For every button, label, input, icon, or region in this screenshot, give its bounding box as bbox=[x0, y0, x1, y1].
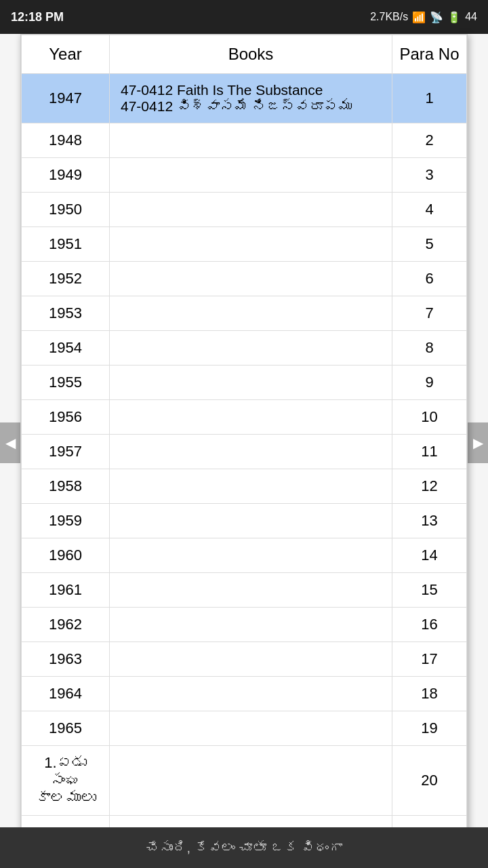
para-cell: 1 bbox=[392, 74, 467, 123]
year-cell: 1958 bbox=[22, 469, 110, 504]
books-cell bbox=[110, 642, 392, 677]
year-cell: 1960 bbox=[22, 538, 110, 573]
para-cell: 2 bbox=[392, 123, 467, 158]
para-cell: 16 bbox=[392, 608, 467, 642]
books-cell bbox=[110, 366, 392, 400]
year-cell: 1949 bbox=[22, 158, 110, 193]
books-cell bbox=[110, 608, 392, 642]
table-row[interactable]: 19537 bbox=[22, 296, 467, 331]
status-bar: 12:18 PM 2.7KB/s 📶 📡 🔋 44 bbox=[0, 0, 488, 34]
books-cell bbox=[110, 262, 392, 296]
para-cell: 9 bbox=[392, 366, 467, 400]
para-cell: 19 bbox=[392, 711, 467, 746]
year-cell: 1.ఏడు సంఘ కాలములు bbox=[22, 746, 110, 816]
table-row[interactable]: 195711 bbox=[22, 435, 467, 469]
year-cell: 1963 bbox=[22, 642, 110, 677]
table-row[interactable]: 196216 bbox=[22, 608, 467, 642]
table-row[interactable]: 19559 bbox=[22, 366, 467, 400]
wifi-icon: 📡 bbox=[430, 11, 443, 24]
battery-level: 44 bbox=[465, 11, 477, 23]
time-display: 12:18 PM bbox=[11, 10, 64, 24]
table-row[interactable]: 196317 bbox=[22, 642, 467, 677]
table-row[interactable]: 19482 bbox=[22, 123, 467, 158]
header-books: Books bbox=[110, 35, 392, 74]
para-cell: 3 bbox=[392, 158, 467, 193]
para-cell: 6 bbox=[392, 262, 467, 296]
books-cell bbox=[110, 469, 392, 504]
table-row[interactable]: 196519 bbox=[22, 711, 467, 746]
year-cell: 1957 bbox=[22, 435, 110, 469]
para-cell: 15 bbox=[392, 573, 467, 608]
year-cell: 1954 bbox=[22, 331, 110, 366]
books-cell bbox=[110, 677, 392, 711]
table-row[interactable]: 196014 bbox=[22, 538, 467, 573]
year-cell: 1947 bbox=[22, 74, 110, 123]
books-cell bbox=[110, 504, 392, 538]
table-row[interactable]: 195610 bbox=[22, 400, 467, 435]
para-cell: 12 bbox=[392, 469, 467, 504]
table-row[interactable]: 19493 bbox=[22, 158, 467, 193]
year-cell: 1951 bbox=[22, 227, 110, 262]
year-cell: 1952 bbox=[22, 262, 110, 296]
table-row[interactable]: 195812 bbox=[22, 469, 467, 504]
para-cell: 17 bbox=[392, 642, 467, 677]
para-cell: 18 bbox=[392, 677, 467, 711]
nav-arrow-right[interactable]: ▶ bbox=[468, 422, 488, 463]
para-cell: 20 bbox=[392, 746, 467, 816]
table-row[interactable]: 19515 bbox=[22, 227, 467, 262]
year-books-table: Year Books Para No 194747-0412 Faith Is … bbox=[21, 35, 467, 850]
books-cell bbox=[110, 123, 392, 158]
para-cell: 13 bbox=[392, 504, 467, 538]
books-cell bbox=[110, 158, 392, 193]
table-row[interactable]: 19504 bbox=[22, 193, 467, 227]
table-row[interactable]: 19526 bbox=[22, 262, 467, 296]
books-cell bbox=[110, 746, 392, 816]
header-para-no: Para No bbox=[392, 35, 467, 74]
table-row[interactable]: 195913 bbox=[22, 504, 467, 538]
books-cell bbox=[110, 435, 392, 469]
table-body: 194747-0412 Faith Is The Substance47-041… bbox=[22, 74, 467, 850]
year-cell: 1953 bbox=[22, 296, 110, 331]
background-page: ◀ ▶ Year Books Para No 194747-0412 Faith… bbox=[0, 34, 488, 851]
year-cell: 1956 bbox=[22, 400, 110, 435]
year-cell: 1955 bbox=[22, 366, 110, 400]
table-row[interactable]: 194747-0412 Faith Is The Substance47-041… bbox=[22, 74, 467, 123]
books-cell bbox=[110, 296, 392, 331]
para-cell: 10 bbox=[392, 400, 467, 435]
books-cell bbox=[110, 573, 392, 608]
year-cell: 1964 bbox=[22, 677, 110, 711]
table-row[interactable]: 1.ఏడు సంఘ కాలములు20 bbox=[22, 746, 467, 816]
para-cell: 14 bbox=[392, 538, 467, 573]
table-row[interactable]: 196115 bbox=[22, 573, 467, 608]
books-cell bbox=[110, 711, 392, 746]
nav-arrow-left[interactable]: ◀ bbox=[0, 422, 20, 463]
status-icons: 2.7KB/s 📶 📡 🔋 44 bbox=[370, 11, 477, 24]
bottom-text: చేసుంది, కేవలం చూతూ ఒక విధంగా bbox=[146, 840, 343, 856]
year-cell: 1959 bbox=[22, 504, 110, 538]
books-cell bbox=[110, 331, 392, 366]
books-cell bbox=[110, 400, 392, 435]
battery-icon: 🔋 bbox=[447, 11, 461, 24]
year-cell: 1950 bbox=[22, 193, 110, 227]
para-cell: 5 bbox=[392, 227, 467, 262]
network-speed: 2.7KB/s bbox=[370, 11, 408, 23]
year-cell: 1962 bbox=[22, 608, 110, 642]
table-dialog: Year Books Para No 194747-0412 Faith Is … bbox=[20, 34, 468, 851]
books-cell: 47-0412 Faith Is The Substance47-0412 వి… bbox=[110, 74, 392, 123]
para-cell: 7 bbox=[392, 296, 467, 331]
year-cell: 1965 bbox=[22, 711, 110, 746]
para-cell: 4 bbox=[392, 193, 467, 227]
books-cell bbox=[110, 193, 392, 227]
para-cell: 11 bbox=[392, 435, 467, 469]
table-row[interactable]: 196418 bbox=[22, 677, 467, 711]
header-year: Year bbox=[22, 35, 110, 74]
para-cell: 8 bbox=[392, 331, 467, 366]
year-cell: 1961 bbox=[22, 573, 110, 608]
bottom-text-bar: చేసుంది, కేవలం చూతూ ఒక విధంగా bbox=[0, 827, 488, 868]
books-cell bbox=[110, 538, 392, 573]
signal-icon: 📶 bbox=[412, 11, 426, 24]
year-cell: 1948 bbox=[22, 123, 110, 158]
table-header-row: Year Books Para No bbox=[22, 35, 467, 74]
books-cell bbox=[110, 227, 392, 262]
table-row[interactable]: 19548 bbox=[22, 331, 467, 366]
